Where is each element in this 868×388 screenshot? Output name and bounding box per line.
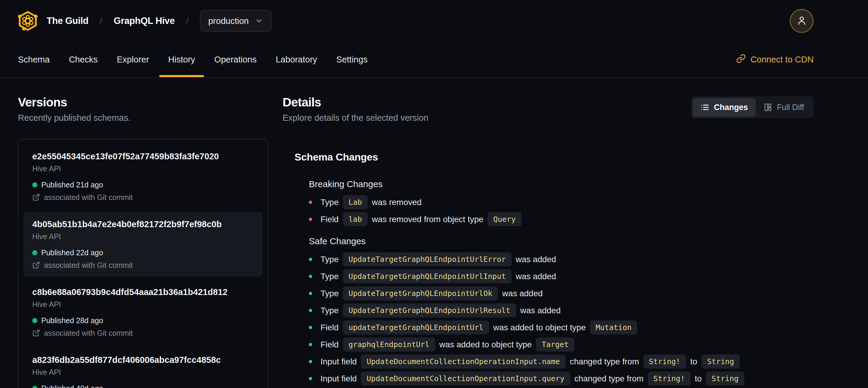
published-dot-icon — [32, 386, 37, 388]
change-item: TypeUpdateTargetGraphQLEndpointUrlErrorw… — [309, 251, 814, 268]
change-item: TypeUpdateTargetGraphQLEndpointUrlResult… — [309, 302, 814, 319]
version-git-link[interactable]: associated with Git commit — [32, 329, 254, 337]
git-commit-label: associated with Git commit — [44, 329, 133, 337]
code-badge: Lab — [343, 195, 368, 209]
details-header: Details Explore details of the selected … — [283, 95, 814, 123]
version-service-name: Hive API — [32, 164, 254, 173]
version-list: e2e55045345ce13fe07f52a77459b83fa3fe7020… — [18, 139, 268, 388]
details-panel: Details Explore details of the selected … — [283, 95, 814, 388]
section-heading: Breaking Changes — [309, 178, 814, 189]
change-text: to — [695, 374, 702, 384]
breadcrumb-separator: / — [186, 16, 188, 26]
change-text: Type — [320, 198, 339, 207]
breadcrumb: The Guild / GraphQL Hive / production — [46, 10, 272, 32]
breadcrumb-project[interactable]: GraphQL Hive — [114, 16, 175, 26]
changes-sections: Breaking ChangesTypeLabwas removedFieldl… — [309, 178, 814, 387]
change-text: was added — [516, 255, 556, 264]
code-badge: UpdateTargetGraphQLEndpointUrlOk — [343, 287, 498, 300]
versions-panel: Versions Recently published schemas. e2e… — [18, 95, 268, 388]
change-item: FieldgraphqlEndpointUrlwas added to obje… — [309, 336, 814, 353]
bullet-dot — [309, 309, 312, 312]
change-text: was added to object type — [439, 340, 532, 350]
changes-section-breaking: Breaking ChangesTypeLabwas removedFieldl… — [309, 178, 814, 228]
bullet-dot — [309, 343, 312, 346]
version-status: Published 28d ago — [32, 316, 254, 325]
active-tab-underline — [159, 75, 204, 77]
bullet-dot — [309, 258, 312, 261]
git-commit-label: associated with Git commit — [44, 193, 133, 202]
version-item[interactable]: a823f6db2a55df877dcf406006abca97fcc4858c… — [23, 348, 263, 388]
connect-cdn-label: Connect to CDN — [751, 55, 814, 65]
versions-subtitle: Recently published schemas. — [18, 113, 268, 123]
tab-label: Explorer — [117, 55, 149, 65]
tab-operations[interactable]: Operations — [214, 42, 256, 77]
external-link-icon — [32, 193, 40, 201]
app-root: The Guild / GraphQL Hive / production Sc… — [0, 0, 868, 388]
change-rows: TypeLabwas removedFieldlabwas removed fr… — [309, 194, 814, 228]
change-item: TypeLabwas removed — [309, 194, 814, 211]
tab-explorer[interactable]: Explorer — [117, 42, 149, 77]
change-item: Input fieldUpdateDocumentCollectionOpera… — [309, 370, 814, 387]
code-badge: UpdateDocumentCollectionOperationInput.q… — [361, 371, 570, 386]
tab-settings[interactable]: Settings — [336, 42, 368, 77]
connect-cdn-button[interactable]: Connect to CDN — [736, 42, 814, 77]
version-item[interactable]: 4b05ab51b1b4a7e2e4b0ef82172f2b9f7ef98c0b… — [23, 212, 263, 277]
change-text: was removed — [372, 198, 422, 207]
version-hash: e2e55045345ce13fe07f52a77459b83fa3fe7020 — [32, 151, 254, 161]
version-item[interactable]: e2e55045345ce13fe07f52a77459b83fa3fe7020… — [23, 144, 263, 209]
top-bar: The Guild / GraphQL Hive / production — [0, 0, 868, 42]
version-hash: a823f6db2a55df877dcf406006abca97fcc4858c — [32, 355, 254, 365]
code-badge: Target — [536, 337, 574, 352]
change-text: Type — [320, 289, 339, 298]
tab-checks[interactable]: Checks — [69, 42, 98, 77]
tab-label: Settings — [336, 55, 368, 65]
bullet-dot — [309, 275, 312, 278]
version-service-name: Hive API — [32, 368, 254, 377]
change-text: to — [690, 357, 697, 366]
change-text: Field — [320, 340, 339, 350]
tab-laboratory[interactable]: Laboratory — [276, 42, 317, 77]
content: Versions Recently published schemas. e2e… — [0, 78, 868, 388]
published-dot-icon — [32, 182, 37, 187]
code-badge: UpdateTargetGraphQLEndpointUrlInput — [343, 269, 512, 283]
version-git-link[interactable]: associated with Git commit — [32, 193, 254, 202]
change-text: changed type from — [570, 357, 639, 366]
tab-schema[interactable]: Schema — [18, 42, 50, 77]
changes-view-button[interactable]: Changes — [693, 98, 756, 117]
change-text: Type — [320, 255, 339, 264]
change-text: Input field — [320, 357, 356, 366]
tab-history[interactable]: History — [168, 42, 195, 77]
version-git-link[interactable]: associated with Git commit — [32, 261, 254, 270]
version-hash: 4b05ab51b1b4a7e2e4b0ef82172f2b9f7ef98c0b — [32, 219, 254, 229]
git-commit-label: associated with Git commit — [44, 261, 133, 270]
code-badge: UpdateDocumentCollectionOperationInput.n… — [361, 355, 565, 368]
full-diff-view-label: Full Diff — [777, 103, 804, 112]
code-badge: Mutation — [590, 321, 637, 334]
tab-label: Laboratory — [276, 55, 317, 65]
version-item[interactable]: c8b6e88a06793b9c4dfd54aaa21b36a1b421d812… — [23, 280, 263, 345]
breadcrumb-org[interactable]: The Guild — [46, 16, 88, 26]
change-item: Fieldlabwas removed from object typeQuer… — [309, 211, 814, 228]
target-selector-dropdown[interactable]: production — [200, 10, 271, 32]
change-text: was added to object type — [493, 323, 586, 332]
main-nav: SchemaChecksExplorerHistoryOperationsLab… — [0, 42, 868, 78]
versions-title: Versions — [18, 95, 268, 110]
details-title: Details — [283, 95, 428, 110]
change-rows: TypeUpdateTargetGraphQLEndpointUrlErrorw… — [309, 251, 814, 387]
changes-section-safe: Safe ChangesTypeUpdateTargetGraphQLEndpo… — [309, 236, 814, 387]
nav-tabs: SchemaChecksExplorerHistoryOperationsLab… — [18, 42, 368, 77]
schema-changes-title: Schema Changes — [294, 151, 814, 163]
external-link-icon — [32, 261, 40, 269]
published-dot-icon — [32, 250, 37, 255]
published-dot-icon — [32, 318, 37, 323]
change-text: was added — [502, 289, 542, 298]
tab-label: History — [168, 55, 195, 65]
user-avatar-button[interactable] — [790, 9, 814, 33]
bullet-dot — [309, 360, 312, 363]
code-badge: UpdateTargetGraphQLEndpointUrlResult — [343, 303, 516, 318]
published-label: Published 22d ago — [41, 248, 103, 257]
full-diff-view-button[interactable]: Full Diff — [756, 98, 812, 117]
code-badge: updateTargetGraphQLEndpointUrl — [343, 321, 489, 334]
hive-logo-icon[interactable] — [18, 10, 38, 31]
change-text: was added — [520, 306, 561, 316]
